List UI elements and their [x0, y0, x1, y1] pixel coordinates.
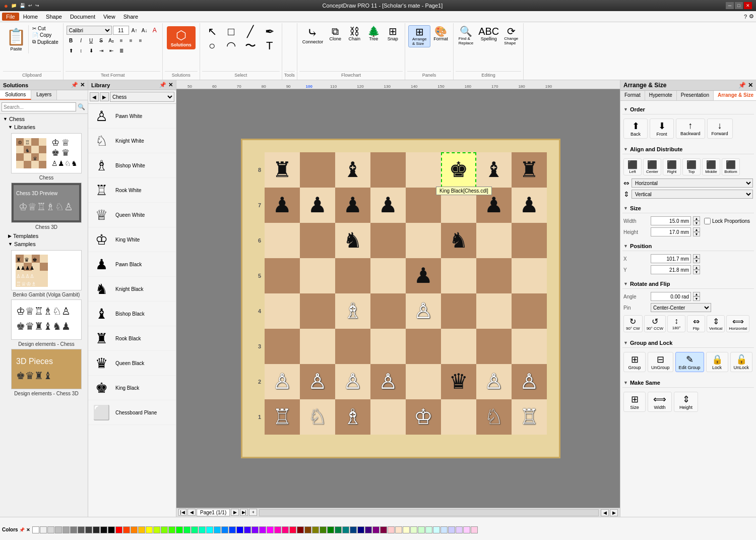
- y-input[interactable]: [651, 265, 691, 274]
- change-shape-button[interactable]: ⟳ ChangeShape: [502, 25, 520, 46]
- board-cell[interactable]: ♙: [300, 364, 335, 399]
- font-face-select[interactable]: Calibri: [67, 26, 112, 35]
- board-cell[interactable]: ♛: [441, 364, 476, 399]
- board-cell[interactable]: ♘: [476, 399, 512, 435]
- colors-close-button[interactable]: ✕: [26, 527, 30, 532]
- chain-button[interactable]: ⛓ Chain: [345, 25, 363, 42]
- color-swatch[interactable]: [251, 526, 259, 533]
- color-swatch[interactable]: [108, 526, 115, 533]
- canvas-scroll[interactable]: 8♜♝♚King Black[Chess.cdl]♝♜7♟♟♟♟♟♟6♞♞5♟4…: [176, 89, 620, 508]
- library-close-button[interactable]: ✕: [168, 82, 173, 88]
- back-button[interactable]: ⬆ Back: [623, 118, 648, 139]
- color-swatch[interactable]: [357, 526, 364, 533]
- board-cell[interactable]: [476, 258, 512, 293]
- board-cell[interactable]: [265, 258, 300, 293]
- library-item[interactable]: ♗ Bishop White: [88, 153, 176, 178]
- chess-piece[interactable]: ♙: [414, 301, 433, 322]
- chess3d-thumbnail[interactable]: Chess 3D Preview ♔♕♖♗♘♙: [11, 183, 82, 223]
- chess-piece[interactable]: ♙: [273, 371, 292, 392]
- board-cell[interactable]: ♝: [476, 152, 512, 188]
- make-same-height-button[interactable]: ⇕ Height: [674, 392, 698, 412]
- height-input[interactable]: [651, 227, 691, 236]
- chess-piece[interactable]: ♟: [520, 195, 539, 216]
- color-swatch[interactable]: [115, 526, 122, 533]
- connector-button[interactable]: ⤷ Connector: [300, 25, 326, 45]
- solutions-search-input[interactable]: [2, 102, 76, 111]
- color-swatch[interactable]: [32, 526, 39, 533]
- color-swatch[interactable]: [471, 526, 478, 533]
- color-swatch[interactable]: [62, 526, 70, 533]
- color-swatch[interactable]: [214, 526, 221, 533]
- board-cell[interactable]: ♟: [335, 188, 370, 223]
- line-button[interactable]: ╱: [241, 25, 260, 38]
- color-swatch[interactable]: [221, 526, 228, 533]
- outdent-button[interactable]: ⇤: [107, 46, 116, 55]
- ungroup-button[interactable]: ⊟ UnGroup: [648, 352, 673, 372]
- libraries-tree-item[interactable]: ▼ Libraries: [6, 123, 87, 131]
- chess-piece[interactable]: ♟: [414, 265, 433, 286]
- solutions-pin-button[interactable]: 📌: [71, 82, 78, 88]
- height-down-button[interactable]: ▼: [693, 232, 700, 236]
- color-swatch[interactable]: [85, 526, 92, 533]
- chess-piece[interactable]: ♙: [343, 371, 362, 392]
- board-cell[interactable]: [512, 293, 547, 329]
- align-center-button[interactable]: ≡: [127, 36, 136, 45]
- board-cell[interactable]: [441, 399, 476, 435]
- board-cell[interactable]: [300, 223, 335, 258]
- board-cell[interactable]: [476, 329, 512, 364]
- board-cell[interactable]: ♗: [335, 293, 370, 329]
- chess-piece[interactable]: ♗: [343, 301, 362, 322]
- board-cell[interactable]: [370, 223, 406, 258]
- color-swatch[interactable]: [388, 526, 395, 533]
- color-swatch[interactable]: [440, 526, 448, 533]
- width-up-button[interactable]: ▲: [693, 216, 700, 221]
- color-swatch[interactable]: [365, 526, 372, 533]
- align-top-button[interactable]: ⬆: [67, 46, 76, 55]
- chess-piece[interactable]: ♛: [449, 371, 468, 392]
- board-cell[interactable]: [512, 258, 547, 293]
- board-cell[interactable]: ♖: [265, 399, 300, 435]
- options-icon[interactable]: ⚙: [749, 13, 754, 20]
- board-cell[interactable]: ♙: [265, 364, 300, 399]
- maximize-button[interactable]: □: [735, 2, 743, 9]
- chess-piece[interactable]: ♜: [273, 159, 292, 181]
- flip-vertical-button[interactable]: ⇕ Vertical: [707, 315, 725, 332]
- align-h-select[interactable]: Horizontal: [632, 178, 753, 188]
- chess-piece[interactable]: ♟: [273, 195, 292, 216]
- color-swatch[interactable]: [47, 526, 54, 533]
- board-cell[interactable]: [441, 258, 476, 293]
- align-left-button[interactable]: ≡: [117, 36, 126, 45]
- colors-pin-button[interactable]: 📌: [19, 527, 25, 532]
- align-right-button[interactable]: ⬛ Right: [663, 158, 681, 175]
- color-swatch[interactable]: [448, 526, 455, 533]
- layers-tab[interactable]: Layers: [31, 90, 57, 100]
- chess-piece[interactable]: ♙: [484, 371, 503, 392]
- chess-piece[interactable]: ♙: [520, 371, 539, 392]
- make-same-size-button[interactable]: ⊞ Size: [623, 392, 646, 412]
- chess-piece[interactable]: ♜: [520, 159, 539, 181]
- rotate-180-button[interactable]: ↕ 180°: [667, 315, 685, 332]
- clone-button[interactable]: ⧉ Clone: [326, 25, 344, 42]
- tab-format[interactable]: Format: [620, 91, 645, 100]
- menu-shape[interactable]: Shape: [42, 13, 66, 21]
- pin-select[interactable]: Center-Center: [651, 303, 711, 312]
- color-swatch[interactable]: [153, 526, 160, 533]
- board-cell[interactable]: ♙: [476, 364, 512, 399]
- board-cell[interactable]: ♟: [370, 188, 406, 223]
- chess-piece[interactable]: ♖: [273, 406, 292, 428]
- align-middle-button[interactable]: ↕: [77, 46, 86, 55]
- color-swatch[interactable]: [206, 526, 213, 533]
- select-button[interactable]: ↖: [203, 25, 221, 38]
- solutions-close-button[interactable]: ✕: [80, 82, 85, 88]
- lib-forward-button[interactable]: ▶: [100, 92, 109, 101]
- right-panel-pin-button[interactable]: 📌: [738, 82, 746, 89]
- board-cell[interactable]: ♔: [406, 399, 441, 435]
- board-cell[interactable]: ♙: [370, 364, 406, 399]
- board-cell[interactable]: [300, 152, 335, 188]
- board-cell[interactable]: [370, 329, 406, 364]
- color-swatch[interactable]: [183, 526, 191, 533]
- board-cell[interactable]: [476, 223, 512, 258]
- snap-button[interactable]: ⊞ Snap: [384, 25, 402, 42]
- color-swatch[interactable]: [297, 526, 304, 533]
- color-swatch[interactable]: [395, 526, 402, 533]
